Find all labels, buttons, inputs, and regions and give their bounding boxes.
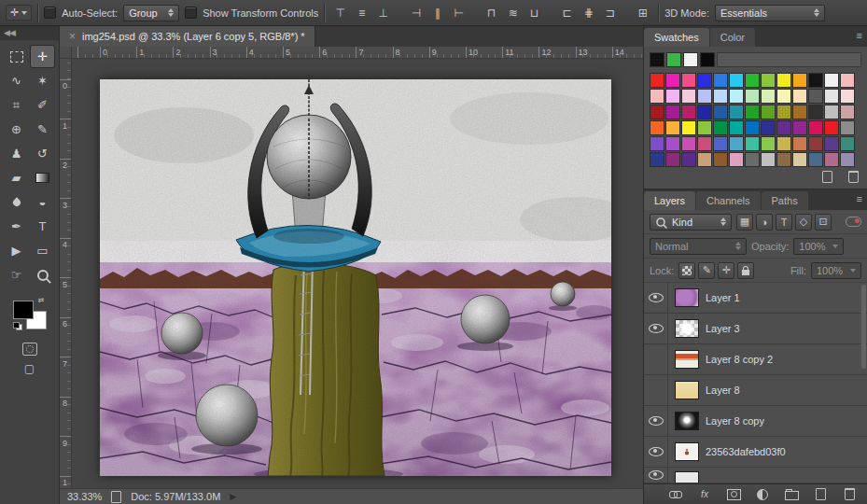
layer-row[interactable] <box>644 468 867 483</box>
distribute-bottom-edges-icon[interactable]: ⊔ <box>524 4 544 22</box>
swatch[interactable] <box>745 89 760 104</box>
panel-menu-icon[interactable]: ≡ <box>857 30 862 41</box>
tab-color[interactable]: Color <box>710 28 755 47</box>
distribute-left-edges-icon[interactable]: ⊏ <box>557 4 577 22</box>
swatch[interactable] <box>761 73 776 88</box>
eraser-tool[interactable]: ▰ <box>4 166 29 189</box>
swatch[interactable] <box>697 136 712 151</box>
swatch[interactable] <box>840 152 855 167</box>
swatch[interactable] <box>681 136 696 151</box>
swatch[interactable] <box>808 152 823 167</box>
swatch[interactable] <box>808 136 823 151</box>
swatch[interactable] <box>665 136 680 151</box>
swatch[interactable] <box>650 152 664 167</box>
layer-thumbnail[interactable] <box>675 319 699 338</box>
swatch[interactable] <box>840 73 855 88</box>
lock-transparency-icon[interactable] <box>678 262 695 279</box>
ruler-vertical[interactable]: 012345678910 <box>60 59 72 488</box>
show-transform-checkbox[interactable] <box>185 7 197 19</box>
swatch[interactable] <box>697 73 712 88</box>
pen-tool[interactable]: ✒ <box>4 215 29 238</box>
swatch[interactable] <box>683 52 698 67</box>
swatch[interactable] <box>745 105 760 119</box>
layer-row[interactable]: Layer 1 <box>644 283 867 314</box>
swatch[interactable] <box>808 89 823 104</box>
tab-channels[interactable]: Channels <box>696 191 760 210</box>
swatch[interactable] <box>824 152 839 167</box>
swatch[interactable] <box>808 73 823 88</box>
swatch[interactable] <box>761 152 776 167</box>
swatch[interactable] <box>697 105 712 119</box>
filter-pixel-layers-icon[interactable]: ▦ <box>736 214 753 231</box>
link-layers-icon[interactable] <box>667 486 684 503</box>
path-selection-tool[interactable]: ▶ <box>4 239 29 262</box>
swatch[interactable] <box>824 105 839 119</box>
zoom-tool[interactable] <box>30 263 55 287</box>
swatch[interactable] <box>681 105 696 119</box>
screen-mode-icon[interactable]: ▢ <box>24 362 35 375</box>
shape-tool[interactable]: ▭ <box>30 239 55 262</box>
new-layer-icon[interactable] <box>812 486 829 503</box>
type-tool[interactable]: T <box>30 215 55 238</box>
fill-dropdown[interactable]: 100% <box>811 262 861 279</box>
spot-healing-brush-tool[interactable]: ⊕ <box>4 118 29 141</box>
layer-effects-icon[interactable]: fx <box>696 486 713 503</box>
layer-visibility-toggle[interactable] <box>644 468 668 483</box>
swatch[interactable] <box>729 73 744 88</box>
swatch[interactable] <box>745 120 760 135</box>
adjustment-layer-icon[interactable] <box>754 486 771 503</box>
layer-mask-icon[interactable] <box>725 486 742 503</box>
swatch[interactable] <box>650 73 664 88</box>
swatch[interactable] <box>745 152 760 167</box>
swatch[interactable] <box>650 136 664 151</box>
export-icon[interactable] <box>111 491 121 503</box>
ruler-horizontal[interactable]: 01234567891011121314 <box>72 47 643 59</box>
swatch[interactable] <box>745 73 760 88</box>
layer-row[interactable]: Layer 8 copy <box>644 406 867 437</box>
foreground-color-swatch[interactable] <box>13 301 34 319</box>
swatch[interactable] <box>681 120 696 135</box>
swatch[interactable] <box>761 105 776 119</box>
layers-scrollbar[interactable] <box>861 285 866 369</box>
swatch[interactable] <box>840 89 855 104</box>
auto-select-scope-dropdown[interactable]: Group <box>123 5 179 21</box>
swatch[interactable] <box>761 136 776 151</box>
magic-wand-tool[interactable]: ✶ <box>30 69 55 92</box>
layer-thumbnail[interactable] <box>675 442 699 461</box>
swatch[interactable] <box>650 52 664 67</box>
new-swatch-icon[interactable] <box>818 168 835 185</box>
filter-type-layers-icon[interactable]: T <box>776 214 792 231</box>
move-tool[interactable]: ✛ <box>30 45 55 68</box>
swatch[interactable] <box>681 73 696 88</box>
lock-paint-icon[interactable]: ✎ <box>698 262 715 279</box>
history-brush-tool[interactable]: ↺ <box>30 142 55 165</box>
swatch[interactable] <box>824 89 839 104</box>
swatch[interactable] <box>681 89 696 104</box>
ruler-corner[interactable] <box>60 47 72 59</box>
rectangular-marquee-tool[interactable] <box>4 45 29 68</box>
swatch[interactable] <box>776 152 791 167</box>
swatch[interactable] <box>761 89 776 104</box>
swatch[interactable] <box>681 152 696 167</box>
zoom-level[interactable]: 33.33% <box>67 491 102 502</box>
swatch[interactable] <box>808 105 823 119</box>
swatch[interactable] <box>745 136 760 151</box>
layer-row[interactable]: Layer 8 copy 2 <box>644 344 867 375</box>
layer-thumbnail[interactable] <box>675 381 699 399</box>
align-top-edges-icon[interactable]: ⊤ <box>330 4 350 22</box>
swatch[interactable] <box>792 136 807 151</box>
swatch[interactable] <box>697 120 712 135</box>
swatch[interactable] <box>776 136 791 151</box>
layer-visibility-toggle[interactable] <box>644 283 668 313</box>
delete-swatch-icon[interactable] <box>845 168 861 185</box>
swatch[interactable] <box>666 52 681 67</box>
swatch[interactable] <box>792 120 807 135</box>
swatch[interactable] <box>665 105 680 119</box>
swatch[interactable] <box>665 120 680 135</box>
align-right-edges-icon[interactable]: ⊢ <box>449 4 468 22</box>
canvas-viewport[interactable] <box>72 59 643 488</box>
filter-adjustment-layers-icon[interactable]: ◑ <box>756 214 773 231</box>
swatch[interactable] <box>729 89 744 104</box>
swatch[interactable] <box>840 105 855 119</box>
swatch[interactable] <box>792 152 807 167</box>
